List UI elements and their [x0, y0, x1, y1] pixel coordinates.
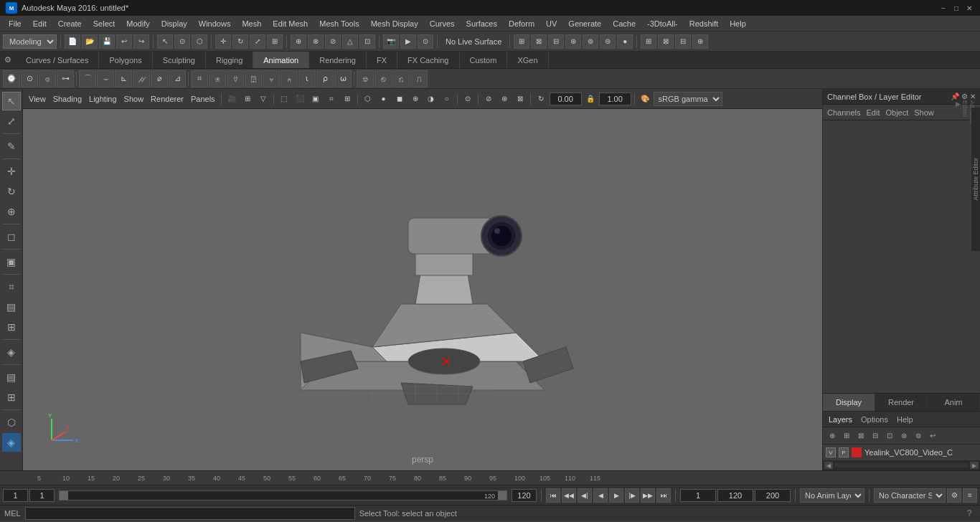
character-set-select[interactable]: No Character Set	[874, 488, 946, 503]
show-hide5-btn[interactable]: ⊚	[583, 34, 598, 49]
snap5-btn[interactable]: ⊡	[359, 34, 375, 49]
menu-cache[interactable]: Cache	[607, 18, 641, 29]
shelf-btn-18[interactable]: ⍴	[316, 70, 334, 87]
tab-custom[interactable]: Custom	[460, 52, 508, 68]
cb-anim-tab[interactable]: Anim	[928, 394, 980, 411]
max-frame-input[interactable]	[755, 489, 791, 502]
playback-range[interactable]: 120	[59, 490, 507, 500]
options-tab[interactable]: Options	[858, 415, 891, 424]
layer-scrollbar[interactable]: ◀ ▶	[823, 460, 980, 470]
tab-xgen[interactable]: XGen	[507, 52, 548, 68]
anim-layer-select[interactable]: No Anim Layer	[800, 488, 864, 503]
shelf-btn-15[interactable]: ⍱	[263, 70, 280, 87]
snap2-btn[interactable]: ⊗	[308, 34, 324, 49]
vp-wire-btn[interactable]: ⬡	[361, 92, 375, 106]
shelf-btn-2[interactable]: ⊙	[21, 70, 38, 87]
menu-redshift[interactable]: Redshift	[684, 18, 724, 29]
save-scene-btn[interactable]: 💾	[99, 34, 115, 49]
vp-res-btn[interactable]: ⬛	[293, 92, 307, 106]
snap-to-curve-btn[interactable]: ▤	[2, 298, 21, 316]
timeline-ruler[interactable]: 5 10 15 20 25 30 35 40 45 50 55 60 65 70…	[0, 470, 980, 485]
current-frame-input[interactable]	[29, 489, 55, 502]
menu-3dtoll[interactable]: -3DtoAll-	[641, 18, 684, 29]
show-hide7-btn[interactable]: ●	[617, 34, 633, 49]
camera-btn[interactable]: 📷	[383, 34, 399, 49]
play-back-btn[interactable]: ◀	[593, 488, 608, 503]
render-btn[interactable]: ▶	[400, 34, 416, 49]
redo-btn[interactable]: ↪	[133, 34, 149, 49]
right-btn3[interactable]: ⊟	[675, 34, 691, 49]
vp-zoom-input[interactable]	[550, 92, 582, 105]
vp-gamma-select[interactable]: sRGB gamma	[654, 92, 722, 106]
layer-visibility-toggle[interactable]: V	[826, 447, 836, 457]
shelf-btn-7[interactable]: ⊾	[115, 70, 132, 87]
vp-panels-menu[interactable]: Panels	[188, 95, 218, 103]
step-fwd-btn[interactable]: ▶▶	[641, 488, 655, 503]
vp-flat-btn[interactable]: ◼	[392, 92, 407, 106]
shelf-btn-12[interactable]: ⍟	[209, 70, 226, 87]
menu-generate[interactable]: Generate	[562, 18, 607, 29]
rotate-tool-btn[interactable]: ↻	[2, 182, 21, 201]
shelf-btn-19[interactable]: ⍵	[334, 70, 352, 87]
step-back-btn[interactable]: ◀◀	[562, 488, 576, 503]
tab-rigging[interactable]: Rigging	[206, 52, 253, 68]
vp-tex-btn[interactable]: ⊕	[408, 92, 423, 106]
render-btn-left[interactable]: ▤	[2, 368, 21, 386]
transform-btn[interactable]: ⊞	[267, 34, 283, 49]
snap-to-point-btn[interactable]: ⊞	[2, 318, 21, 336]
vp-smooth-btn[interactable]: ●	[377, 92, 391, 106]
cb-settings-btn[interactable]: ⚙	[961, 92, 968, 100]
show-hide4-btn[interactable]: ⊛	[565, 34, 581, 49]
tl-settings-btn[interactable]: ⚙	[947, 488, 961, 503]
vp-show-menu[interactable]: Show	[121, 95, 147, 103]
cb-tab-object[interactable]: Object	[885, 108, 908, 117]
range-end-value-input[interactable]	[717, 489, 753, 502]
cb-close-btn[interactable]: ✕	[970, 92, 976, 100]
shelf-btn-5[interactable]: ⌒	[79, 70, 96, 87]
snap-to-grid-btn[interactable]: ⌗	[2, 277, 21, 296]
undo-btn[interactable]: ↩	[116, 34, 132, 49]
cb-render-tab[interactable]: Render	[875, 394, 928, 411]
tab-polygons[interactable]: Polygons	[99, 52, 152, 68]
start-frame-input[interactable]	[3, 489, 28, 502]
lasso-btn[interactable]: ⊙	[174, 34, 190, 49]
layer-tool-8[interactable]: ↩	[926, 430, 939, 442]
shelf-btn-3[interactable]: ⌾	[39, 70, 56, 87]
soft-select-btn[interactable]: ◻	[2, 227, 21, 246]
scale-tool-btn[interactable]: ⊕	[2, 202, 21, 221]
menu-surfaces[interactable]: Surfaces	[461, 18, 503, 29]
show-hide2-btn[interactable]: ⊠	[531, 34, 547, 49]
cb-tab-edit[interactable]: Edit	[866, 108, 880, 117]
menu-select[interactable]: Select	[88, 18, 121, 29]
shelf-btn-10[interactable]: ⊿	[169, 70, 186, 87]
go-start-btn[interactable]: ⏮	[546, 488, 560, 503]
range-end-handle[interactable]	[498, 491, 507, 500]
shelf-btn-11[interactable]: ⌗	[191, 70, 208, 87]
vp-shading-menu[interactable]: Shading	[50, 95, 85, 103]
cb-display-tab[interactable]: Display	[823, 394, 875, 411]
vp-renderer-menu[interactable]: Renderer	[148, 95, 187, 103]
prev-key-btn[interactable]: ◀|	[578, 488, 592, 503]
vp-scale-input[interactable]	[599, 92, 631, 105]
vp-safe-btn[interactable]: ▣	[308, 92, 323, 106]
window-controls[interactable]: − □ ✕	[938, 3, 974, 13]
camera-tool-btn[interactable]: ◈	[2, 343, 21, 361]
vp-view-menu[interactable]: View	[26, 95, 49, 103]
vp-wireframe-sel-btn[interactable]: ⊠	[513, 92, 527, 106]
playblast-btn[interactable]: ⊞	[2, 388, 21, 407]
menu-create[interactable]: Create	[52, 18, 88, 29]
close-button[interactable]: ✕	[964, 3, 974, 13]
menu-mesh-tools[interactable]: Mesh Tools	[314, 18, 364, 29]
shelf-btn-22[interactable]: ⎌	[392, 70, 410, 87]
tab-fx[interactable]: FX	[367, 52, 397, 68]
vp-xray-btn[interactable]: ⊘	[481, 92, 496, 106]
vp-grid-btn[interactable]: ⌗	[324, 92, 339, 106]
show-hide1-btn[interactable]: ⊞	[514, 34, 529, 49]
shelf-btn-6[interactable]: ⌣	[97, 70, 114, 87]
menu-curves[interactable]: Curves	[424, 18, 461, 29]
cb-tab-channels[interactable]: Channels	[827, 108, 860, 117]
vp-cameras-btn[interactable]: ⊞	[240, 92, 255, 106]
menu-windows[interactable]: Windows	[193, 18, 237, 29]
hypershade-btn[interactable]: ⬡	[2, 413, 21, 432]
shelf-btn-17[interactable]: ⍳	[298, 70, 316, 87]
